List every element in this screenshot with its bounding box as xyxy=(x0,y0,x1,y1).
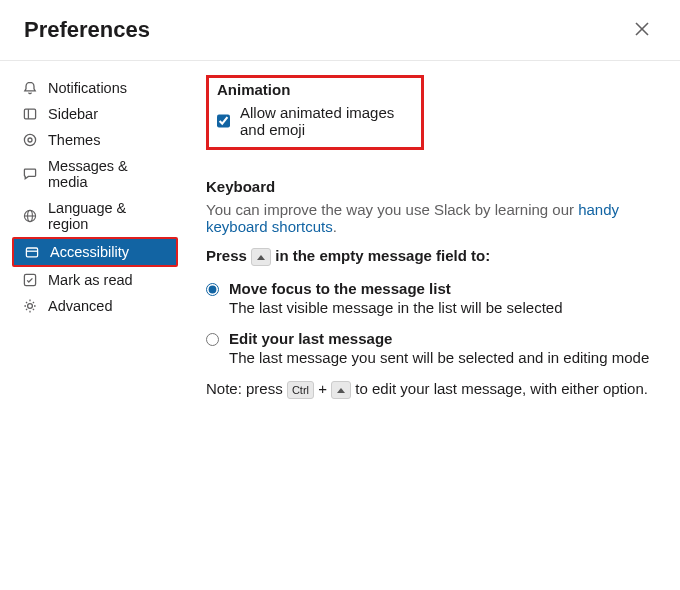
allow-animations-row[interactable]: Allow animated images and emoji xyxy=(217,104,413,138)
check-icon xyxy=(22,272,38,288)
svg-rect-2 xyxy=(24,109,35,119)
content: Animation Allow animated images and emoj… xyxy=(186,75,680,427)
sidebar-item-label: Accessibility xyxy=(50,244,129,260)
sidebar-item-language-region[interactable]: Language & region xyxy=(12,195,178,237)
svg-point-12 xyxy=(28,304,33,309)
sidebar-item-advanced[interactable]: Advanced xyxy=(12,293,178,319)
sidebar-item-label: Sidebar xyxy=(48,106,98,122)
themes-icon xyxy=(22,132,38,148)
up-key-icon xyxy=(251,248,271,266)
keyboard-note: Note: press Ctrl + to edit your last mes… xyxy=(206,380,660,399)
svg-point-5 xyxy=(28,138,32,142)
sidebar-item-accessibility[interactable]: Accessibility xyxy=(12,237,178,267)
svg-point-4 xyxy=(24,134,35,145)
up-key-icon-2 xyxy=(331,381,351,399)
sidebar-item-label: Messages & media xyxy=(48,158,168,190)
accessibility-icon xyxy=(24,244,40,260)
close-icon xyxy=(635,22,649,39)
radio-edit-last-label: Edit your last message xyxy=(229,330,649,347)
sidebar-item-themes[interactable]: Themes xyxy=(12,127,178,153)
svg-rect-9 xyxy=(26,248,37,257)
radio-move-focus[interactable]: Move focus to the message list The last … xyxy=(206,280,660,316)
sidebar-item-messages-media[interactable]: Messages & media xyxy=(12,153,178,195)
radio-move-focus-label: Move focus to the message list xyxy=(229,280,563,297)
radio-edit-last-desc: The last message you sent will be select… xyxy=(229,349,649,366)
globe-icon xyxy=(22,208,38,224)
sidebar-item-notifications[interactable]: Notifications xyxy=(12,75,178,101)
ctrl-key-icon: Ctrl xyxy=(287,381,314,399)
bell-icon xyxy=(22,80,38,96)
sidebar-item-label: Advanced xyxy=(48,298,113,314)
radio-edit-last[interactable]: Edit your last message The last message … xyxy=(206,330,660,366)
sidebar-item-label: Themes xyxy=(48,132,100,148)
page-title: Preferences xyxy=(24,17,150,43)
allow-animations-label: Allow animated images and emoji xyxy=(240,104,413,138)
panel-icon xyxy=(22,106,38,122)
sidebar-item-label: Mark as read xyxy=(48,272,133,288)
keyboard-section: Keyboard You can improve the way you use… xyxy=(206,178,660,399)
sidebar-item-label: Language & region xyxy=(48,200,168,232)
sidebar-item-mark-as-read[interactable]: Mark as read xyxy=(12,267,178,293)
gear-icon xyxy=(22,298,38,314)
radio-move-focus-desc: The last visible message in the list wil… xyxy=(229,299,563,316)
close-button[interactable] xyxy=(628,16,656,44)
sidebar-item-label: Notifications xyxy=(48,80,127,96)
sidebar-item-sidebar[interactable]: Sidebar xyxy=(12,101,178,127)
sidebar: Notifications Sidebar Themes Messages & … xyxy=(0,75,186,427)
keyboard-title: Keyboard xyxy=(206,178,660,195)
animation-section: Animation Allow animated images and emoj… xyxy=(206,75,424,150)
allow-animations-checkbox[interactable] xyxy=(217,114,230,128)
preferences-header: Preferences xyxy=(0,0,680,61)
message-icon xyxy=(22,166,38,182)
radio-move-focus-input[interactable] xyxy=(206,283,219,296)
keyboard-desc: You can improve the way you use Slack by… xyxy=(206,201,660,235)
press-line: Press in the empty message field to: xyxy=(206,247,660,266)
animation-title: Animation xyxy=(217,81,413,98)
radio-edit-last-input[interactable] xyxy=(206,333,219,346)
